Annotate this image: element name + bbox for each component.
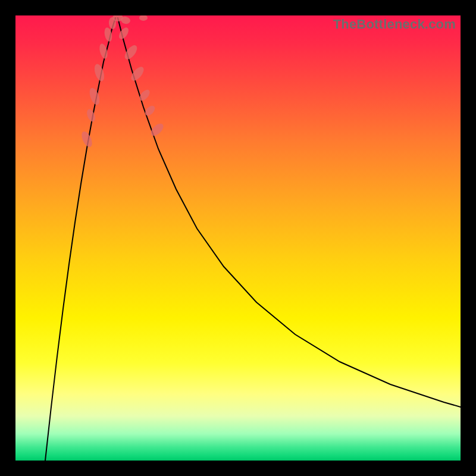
curve-right-curve <box>118 18 461 407</box>
bead-0 <box>80 130 95 148</box>
watermark-text: TheBottleneck.com <box>333 17 456 32</box>
bead-9 <box>117 26 130 41</box>
curve-left-curve <box>45 18 115 461</box>
curve-svg <box>15 15 461 461</box>
plot-frame: TheBottleneck.com <box>15 15 461 461</box>
bead-2 <box>87 87 101 107</box>
bead-15 <box>139 15 148 21</box>
bead-3 <box>93 63 107 83</box>
bead-1 <box>85 108 96 123</box>
